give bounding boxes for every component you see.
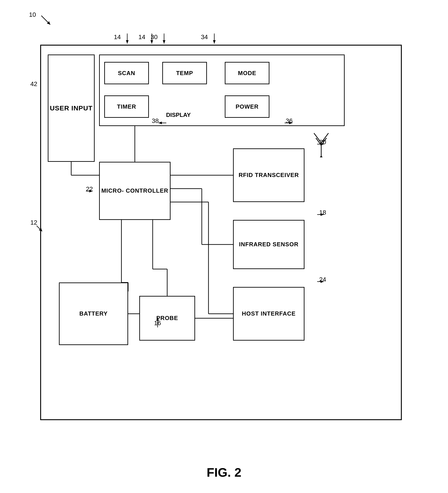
ref-36-arrow: [284, 117, 292, 128]
svg-marker-35: [213, 40, 216, 44]
ref-22-arrow: [85, 186, 94, 197]
svg-marker-37: [159, 122, 162, 124]
timer-button-box: TIMER: [104, 95, 149, 118]
ref-32: 34: [201, 34, 208, 41]
ref-12-arrow: [30, 219, 43, 232]
fig-label: FIG. 2: [207, 465, 242, 480]
diagram-container: 10: [27, 18, 420, 454]
microcontroller-label: MICRO- CONTROLLER: [101, 187, 168, 195]
power-label: POWER: [235, 103, 258, 110]
timer-label: TIMER: [117, 103, 136, 110]
host-interface-label: HOST INTERFACE: [242, 310, 296, 318]
svg-marker-45: [320, 213, 324, 216]
ref-38: 38: [152, 117, 159, 124]
mode-button-box: MODE: [225, 62, 269, 84]
ref-18-arrow: [316, 209, 325, 220]
svg-point-27: [320, 156, 322, 157]
ref-38-arrow: [159, 117, 167, 128]
ref-30: 30: [151, 34, 158, 41]
microcontroller-box: MICRO- CONTROLLER: [99, 162, 171, 220]
temp-button-box: TEMP: [162, 62, 207, 84]
host-interface-box: HOST INTERFACE: [233, 287, 304, 341]
ref-32-arrow: [210, 34, 219, 45]
user-input-label: USER INPUT: [50, 103, 93, 113]
ref-14: 14: [139, 34, 145, 41]
ref-30-arrow: [160, 34, 169, 45]
infrared-sensor-box: INFRARED SENSOR: [233, 220, 304, 269]
ref-24-arrow: [316, 276, 325, 287]
scan-label: SCAN: [118, 70, 135, 77]
ref-20-arrow: [316, 139, 325, 150]
svg-marker-41: [320, 143, 324, 146]
temp-label: TEMP: [176, 70, 193, 77]
display-area-box: SCAN TEMP MODE TIMER POWER: [99, 55, 345, 126]
battery-label: BATTERY: [79, 310, 108, 318]
ref-40-arrow: [123, 34, 132, 45]
ref-42: 42: [30, 80, 37, 88]
outer-box: USER INPUT SCAN TEMP MODE TIMER POWER: [40, 45, 402, 420]
battery-box: BATTERY: [59, 282, 128, 345]
rfid-label: RFID TRANSCEIVER: [239, 171, 299, 179]
svg-marker-29: [126, 40, 128, 44]
svg-marker-31: [150, 40, 153, 44]
infrared-label: INFRARED SENSOR: [239, 241, 299, 248]
probe-box: PROBE: [139, 296, 195, 341]
ref-40: 14: [114, 34, 121, 41]
ref-16-arrow: [153, 317, 162, 328]
svg-marker-47: [156, 317, 159, 321]
rfid-transceiver-box: RFID TRANSCEIVER: [233, 148, 304, 202]
svg-marker-49: [320, 280, 324, 283]
power-button-box: POWER: [225, 95, 269, 118]
ref-10: 10: [29, 11, 36, 18]
svg-marker-39: [289, 122, 292, 124]
user-input-box: USER INPUT: [48, 55, 95, 162]
mode-label: MODE: [238, 70, 256, 77]
ref-10-arrow: [39, 13, 53, 27]
svg-marker-43: [89, 190, 93, 192]
svg-marker-33: [163, 40, 165, 44]
scan-button-box: SCAN: [104, 62, 149, 84]
display-label: DISPLAY: [166, 112, 191, 118]
